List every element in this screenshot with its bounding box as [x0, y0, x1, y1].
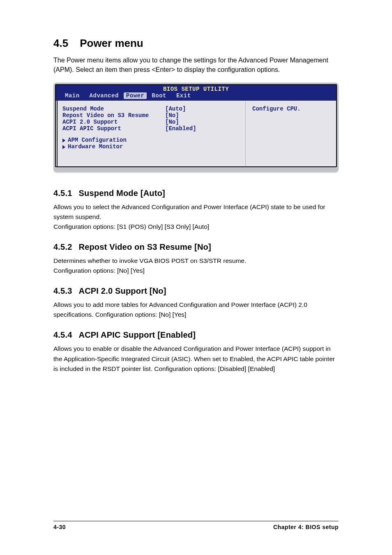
- page-number: 4-30: [53, 524, 66, 530]
- subsection-heading: 4.5.3ACPI 2.0 Support [No]: [53, 286, 339, 296]
- submenu-arrow-icon: [62, 138, 65, 143]
- bios-submenu-hardware-monitor[interactable]: Hardware Monitor: [62, 143, 239, 150]
- page-footer: 4-30 Chapter 4: BIOS setup: [53, 521, 339, 530]
- chapter-label: Chapter 4: BIOS setup: [273, 524, 339, 530]
- bios-help-panel: Configure CPU.: [246, 101, 336, 166]
- bios-value: [Enabled]: [165, 125, 196, 132]
- subsection-454: 4.5.4ACPI APIC Support [Enabled] Allows …: [53, 330, 339, 373]
- bios-row-acpi-apic[interactable]: ACPI APIC Support [Enabled]: [62, 125, 239, 132]
- subsection-body: Allows you to enable or disable the Adva…: [53, 344, 339, 373]
- bios-row-acpi-20[interactable]: ACPI 2.0 Support [No]: [62, 119, 239, 125]
- bios-tab-advanced[interactable]: Advanced: [85, 92, 124, 99]
- bios-header: BIOS SETUP UTILITY Main Advanced Power B…: [56, 85, 336, 101]
- bios-value: [Auto]: [165, 106, 186, 112]
- subsection-453: 4.5.3ACPI 2.0 Support [No] Allows you to…: [53, 286, 339, 320]
- subsection-title-text: ACPI 2.0 Support [No]: [78, 286, 166, 295]
- bios-screenshot: BIOS SETUP UTILITY Main Advanced Power B…: [53, 83, 339, 172]
- bios-title: BIOS SETUP UTILITY: [56, 85, 336, 92]
- bios-row-suspend-mode[interactable]: Suspend Mode [Auto]: [62, 106, 239, 112]
- section-title-text: Power menu: [80, 37, 143, 49]
- subsection-body: Allows you to select the Advanced Config…: [53, 202, 339, 232]
- submenu-arrow-icon: [62, 145, 65, 149]
- subsection-title-text: ACPI APIC Support [Enabled]: [78, 330, 196, 339]
- section-intro: The Power menu items allow you to change…: [53, 55, 339, 74]
- bios-label: Suspend Mode: [62, 106, 165, 112]
- bios-tab-main[interactable]: Main: [60, 92, 85, 99]
- bios-tab-boot[interactable]: Boot: [147, 92, 171, 99]
- bios-submenu-label: Hardware Monitor: [68, 143, 123, 150]
- bios-value: [No]: [165, 112, 179, 119]
- subsection-451: 4.5.1Suspend Mode [Auto] Allows you to s…: [53, 189, 339, 232]
- bios-tab-power[interactable]: Power: [124, 92, 147, 99]
- subsection-number: 4.5.3: [53, 286, 72, 296]
- subsection-body: Allows you to add more tables for Advanc…: [53, 300, 339, 320]
- subsection-number: 4.5.2: [53, 242, 72, 252]
- section-number: 4.5: [53, 37, 68, 50]
- section-heading: 4.5Power menu: [53, 37, 339, 50]
- bios-submenu-apm-config[interactable]: APM Configuration: [62, 137, 239, 143]
- subsection-body: Determines whether to invoke VGA BIOS PO…: [53, 256, 339, 276]
- bios-value: [No]: [165, 119, 179, 125]
- bios-tab-bar: Main Advanced Power Boot Exit: [56, 92, 336, 101]
- bios-settings-panel: Suspend Mode [Auto] Repost Video on S3 R…: [56, 101, 246, 166]
- subsection-452: 4.5.2Repost Video on S3 Resume [No] Dete…: [53, 242, 339, 276]
- bios-tab-exit[interactable]: Exit: [171, 92, 196, 99]
- subsection-title-text: Repost Video on S3 Resume [No]: [78, 242, 211, 251]
- bios-label: ACPI 2.0 Support: [62, 119, 165, 125]
- subsection-number: 4.5.1: [53, 189, 72, 198]
- subsection-heading: 4.5.1Suspend Mode [Auto]: [53, 189, 339, 198]
- subsection-heading: 4.5.2Repost Video on S3 Resume [No]: [53, 242, 339, 252]
- bios-help-text: Configure CPU.: [252, 106, 301, 112]
- bios-row-repost-video[interactable]: Repost Video on S3 Resume [No]: [62, 112, 239, 119]
- document-page: 4.5Power menu The Power menu items allow…: [0, 0, 392, 555]
- subsection-title-text: Suspend Mode [Auto]: [78, 189, 165, 198]
- subsection-heading: 4.5.4ACPI APIC Support [Enabled]: [53, 330, 339, 340]
- subsection-number: 4.5.4: [53, 330, 72, 340]
- bios-label: Repost Video on S3 Resume: [62, 112, 165, 119]
- bios-frame: BIOS SETUP UTILITY Main Advanced Power B…: [55, 84, 337, 167]
- bios-label: ACPI APIC Support: [62, 125, 165, 132]
- bios-body: Suspend Mode [Auto] Repost Video on S3 R…: [56, 101, 336, 166]
- bios-submenu-label: APM Configuration: [68, 137, 127, 143]
